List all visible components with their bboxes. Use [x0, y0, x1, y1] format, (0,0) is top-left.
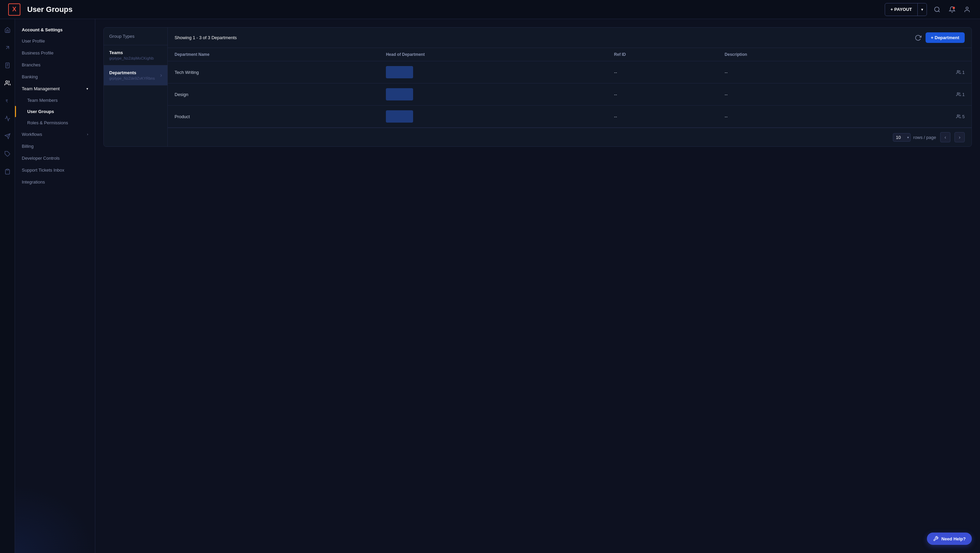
sidebar-icon-clipboard[interactable]	[2, 166, 13, 177]
head-of-dept-design	[379, 83, 607, 105]
sidebar-icon-rupee[interactable]: ₹	[2, 96, 13, 106]
payout-main-button[interactable]: + PAYOUT	[885, 4, 917, 14]
members-product: 5	[875, 105, 972, 128]
payout-dropdown-button[interactable]: ▾	[918, 5, 927, 14]
group-type-teams[interactable]: Teams grptype_NzZdqiMoCKigNb	[104, 45, 167, 65]
search-icon	[934, 6, 940, 13]
svg-point-13	[957, 70, 959, 72]
next-page-button[interactable]: ›	[955, 132, 965, 142]
page-title: User Groups	[27, 5, 73, 14]
col-dept-name: Department Name	[168, 48, 379, 61]
group-type-departments[interactable]: Departments grptype_NzZde9ZvKYRbns ›	[104, 65, 167, 86]
refresh-button[interactable]	[915, 34, 921, 41]
sidebar-sub-item-team-members[interactable]: Team Members	[15, 95, 95, 106]
sidebar-item-support-tickets[interactable]: Support Tickets Inbox	[15, 164, 95, 176]
need-help-button[interactable]: Need Help?	[927, 532, 972, 545]
svg-point-14	[957, 92, 959, 94]
description-product: --	[718, 105, 875, 128]
head-avatar-product	[386, 110, 413, 123]
logo-icon[interactable]: X	[8, 3, 21, 16]
members-tech-writing: 1	[875, 61, 972, 83]
col-description: Description	[718, 48, 875, 61]
departments-panel: Showing 1 - 3 of 3 Departments + Departm…	[168, 27, 972, 147]
sidebar-item-business-profile[interactable]: Business Profile	[15, 47, 95, 59]
rows-per-page-label: rows / page	[913, 135, 936, 140]
description-design: --	[718, 83, 875, 105]
user-icon	[964, 6, 970, 13]
head-avatar-tech-writing	[386, 66, 413, 78]
svg-point-15	[957, 115, 959, 116]
member-icon	[956, 114, 961, 119]
sidebar-sub-item-user-groups[interactable]: User Groups	[15, 106, 95, 117]
icon-sidebar: ₹	[0, 19, 15, 553]
user-groups-table-container: Group Types Teams grptype_NzZdqiMoCKigNb…	[103, 27, 972, 147]
app-header: X User Groups + PAYOUT ▾	[0, 0, 980, 19]
ref-id-design: --	[608, 83, 718, 105]
svg-point-0	[935, 7, 939, 11]
notifications-button[interactable]	[947, 5, 957, 14]
bell-icon	[949, 6, 956, 13]
svg-point-7	[5, 81, 8, 83]
sidebar-icon-people[interactable]	[2, 78, 13, 89]
header-actions: + Department	[915, 32, 965, 43]
table-row[interactable]: Design -- --	[168, 83, 972, 105]
departments-panel-header: Showing 1 - 3 of 3 Departments + Departm…	[168, 27, 972, 48]
add-department-button[interactable]: + Department	[926, 32, 965, 43]
sidebar-icon-tag[interactable]	[2, 148, 13, 159]
sidebar-icon-home[interactable]	[2, 24, 13, 35]
head-of-dept-tech-writing	[379, 61, 607, 83]
header-left: X User Groups	[8, 3, 73, 16]
svg-point-2	[966, 7, 969, 9]
sidebar-group-workflows[interactable]: Workflows ›	[15, 128, 95, 140]
sidebar-icon-chart[interactable]	[2, 113, 13, 124]
sidebar-item-developer-controls[interactable]: Developer Controls	[15, 152, 95, 164]
member-icon	[956, 92, 961, 97]
sidebar-item-user-profile[interactable]: User Profile	[15, 35, 95, 47]
rows-per-page-select[interactable]: 10 25 50 100	[893, 133, 911, 142]
wrench-icon	[933, 536, 939, 542]
workflows-chevron: ›	[87, 132, 88, 136]
rows-select-wrapper: 10 25 50 100	[893, 133, 911, 142]
sidebar-item-integrations[interactable]: Integrations	[15, 176, 95, 188]
sidebar-decoration	[15, 485, 95, 553]
sidebar-item-banking[interactable]: Banking	[15, 71, 95, 83]
main-content: Group Types Teams grptype_NzZdqiMoCKigNb…	[95, 19, 980, 553]
payout-button-group: + PAYOUT ▾	[885, 3, 927, 16]
svg-rect-12	[6, 169, 8, 170]
col-members	[875, 48, 972, 61]
svg-text:₹: ₹	[5, 99, 8, 104]
header-right: + PAYOUT ▾	[885, 3, 972, 16]
group-types-panel: Group Types Teams grptype_NzZdqiMoCKigNb…	[104, 27, 168, 147]
ref-id-tech-writing: --	[608, 61, 718, 83]
app-layout: ₹ Account & Settings	[0, 19, 980, 553]
description-tech-writing: --	[718, 61, 875, 83]
pagination-bar: 10 25 50 100 rows / page ‹ ›	[168, 128, 972, 147]
head-avatar-design	[386, 88, 413, 100]
dept-name-product: Product	[168, 105, 379, 128]
table-row[interactable]: Product -- --	[168, 105, 972, 128]
members-design: 1	[875, 83, 972, 105]
team-management-chevron: ▾	[86, 87, 88, 91]
sidebar-sub-item-roles-permissions[interactable]: Roles & Permissions	[15, 117, 95, 128]
main-sidebar: Account & Settings User Profile Business…	[15, 19, 95, 553]
departments-chevron-icon: ›	[160, 72, 162, 78]
sidebar-icon-invoice[interactable]	[2, 60, 13, 71]
sidebar-icon-send[interactable]	[2, 131, 13, 142]
dept-name-design: Design	[168, 83, 379, 105]
sidebar-item-branches[interactable]: Branches	[15, 59, 95, 71]
sidebar-group-team-management[interactable]: Team Management ▾	[15, 83, 95, 95]
ref-id-product: --	[608, 105, 718, 128]
svg-point-1	[953, 6, 955, 9]
table-header-row: Department Name Head of Department Ref I…	[168, 48, 972, 61]
sidebar-icon-arrow[interactable]	[2, 42, 13, 53]
table-row[interactable]: Tech Writing -- --	[168, 61, 972, 83]
showing-text: Showing 1 - 3 of 3 Departments	[175, 35, 237, 40]
account-settings-title: Account & Settings	[15, 24, 95, 35]
head-of-dept-product	[379, 105, 607, 128]
col-head: Head of Department	[379, 48, 607, 61]
search-button[interactable]	[932, 5, 942, 14]
table-wrapper: Group Types Teams grptype_NzZdqiMoCKigNb…	[104, 27, 972, 147]
user-profile-button[interactable]	[962, 5, 972, 14]
sidebar-item-billing[interactable]: Billing	[15, 140, 95, 152]
prev-page-button[interactable]: ‹	[940, 132, 950, 142]
